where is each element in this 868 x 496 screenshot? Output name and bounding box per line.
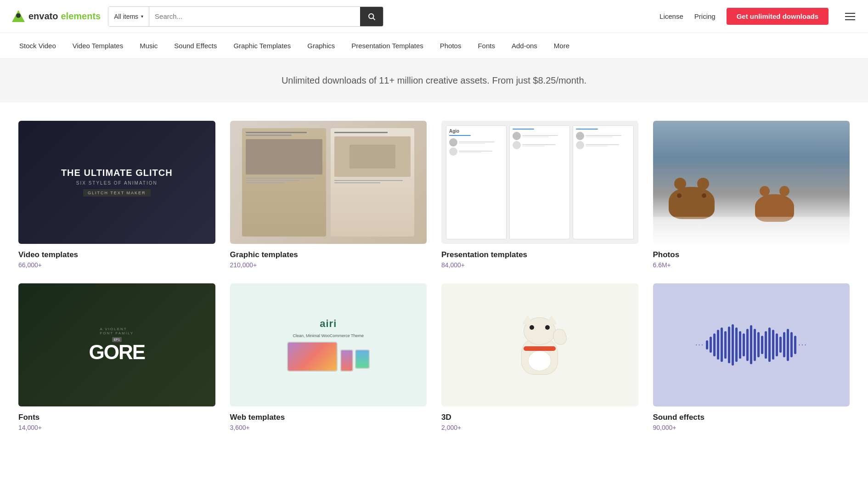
card-graphics-3d[interactable]: 3D2,000+ <box>441 283 638 431</box>
nav-item-presentation-templates[interactable]: Presentation Templates <box>343 33 431 59</box>
card-video-templates[interactable]: THE ULTIMATE GLITCH SIX STYLES OF ANIMAT… <box>18 121 215 269</box>
card-title-photos: Photos <box>653 250 850 259</box>
svg-point-2 <box>369 14 374 19</box>
card-count-presentation-templates: 84,000+ <box>441 261 638 269</box>
card-count-graphic-templates: 210,000+ <box>230 261 427 269</box>
card-image-presentation-templates: Agio <box>441 121 638 244</box>
card-title-graphics-3d: 3D <box>441 413 638 422</box>
card-count-sound-effects: 90,000+ <box>653 424 850 431</box>
logo[interactable]: envatoelements <box>11 9 101 24</box>
nav-item-graphic-templates[interactable]: Graphic Templates <box>225 33 299 59</box>
card-count-graphics-3d: 2,000+ <box>441 424 638 431</box>
license-link[interactable]: License <box>659 12 683 20</box>
nav-item-photos[interactable]: Photos <box>432 33 470 59</box>
hero-banner: Unlimited downloads of 11+ million creat… <box>0 59 868 102</box>
video-subtitle: GLITCH TEXT MAKER <box>83 189 151 197</box>
card-title-fonts: Fonts <box>18 413 215 422</box>
hamburger-line-3 <box>845 19 855 20</box>
nav-item-music[interactable]: Music <box>131 33 166 59</box>
card-fonts[interactable]: A VIOLENTFONT FAMILY EP1 GORE Fonts14,00… <box>18 283 215 431</box>
card-web-templates[interactable]: airi Clean, Minimal WooCommerce Theme We… <box>230 283 427 431</box>
search-button[interactable] <box>360 6 383 27</box>
card-graphic-templates[interactable]: Graphic templates210,000+ <box>230 121 427 269</box>
video-title-line1: THE ULTIMATE GLITCH <box>61 168 173 178</box>
header: envatoelements All items ▾ License Prici… <box>0 0 868 33</box>
card-grid-row1: THE ULTIMATE GLITCH SIX STYLES OF ANIMAT… <box>18 121 850 269</box>
card-count-web-templates: 3,600+ <box>230 424 427 431</box>
card-count-video-templates: 66,000+ <box>18 261 215 269</box>
category-nav: Stock VideoVideo TemplatesMusicSound Eff… <box>0 33 868 59</box>
svg-point-1 <box>16 13 21 18</box>
card-image-fonts: A VIOLENTFONT FAMILY EP1 GORE <box>18 283 215 406</box>
hero-text: Unlimited downloads of 11+ million creat… <box>11 75 857 86</box>
card-title-web-templates: Web templates <box>230 413 427 422</box>
logo-envato-text: envato <box>28 11 58 22</box>
header-nav: License Pricing Get unlimited downloads <box>659 8 857 25</box>
svg-line-3 <box>373 18 375 20</box>
nav-item-add-ons[interactable]: Add-ons <box>503 33 546 59</box>
card-grid-row2: A VIOLENTFONT FAMILY EP1 GORE Fonts14,00… <box>18 283 850 431</box>
card-title-video-templates: Video templates <box>18 250 215 259</box>
card-image-sound-effects: ··· ··· <box>653 283 850 406</box>
nav-item-graphics[interactable]: Graphics <box>299 33 343 59</box>
card-image-graphic-templates <box>230 121 427 244</box>
search-bar: All items ▾ <box>108 6 383 27</box>
hamburger-line-2 <box>845 16 855 17</box>
card-count-photos: 6.6M+ <box>653 261 850 269</box>
card-presentation-templates[interactable]: Agio <box>441 121 638 269</box>
dropdown-label: All items <box>114 13 138 20</box>
card-title-presentation-templates: Presentation templates <box>441 250 638 259</box>
video-title-line2: SIX STYLES OF ANIMATION <box>76 180 158 186</box>
content-area: THE ULTIMATE GLITCH SIX STYLES OF ANIMAT… <box>0 102 868 459</box>
envato-logo-icon <box>11 9 26 24</box>
card-image-video-templates: THE ULTIMATE GLITCH SIX STYLES OF ANIMAT… <box>18 121 215 244</box>
chevron-down-icon: ▾ <box>141 14 143 19</box>
card-image-photos <box>653 121 850 244</box>
card-photos[interactable]: Photos6.6M+ <box>653 121 850 269</box>
nav-item-sound-effects[interactable]: Sound Effects <box>166 33 225 59</box>
card-title-sound-effects: Sound effects <box>653 413 850 422</box>
card-image-graphics-3d <box>441 283 638 406</box>
search-icon <box>367 12 376 21</box>
pricing-link[interactable]: Pricing <box>694 12 716 20</box>
hamburger-line-1 <box>845 13 855 14</box>
search-dropdown[interactable]: All items ▾ <box>108 7 149 26</box>
card-sound-effects[interactable]: ··· ··· Sound effects90,000+ <box>653 283 850 431</box>
card-count-fonts: 14,000+ <box>18 424 215 431</box>
nav-item-stock-video[interactable]: Stock Video <box>11 33 64 59</box>
card-image-web-templates: airi Clean, Minimal WooCommerce Theme <box>230 283 427 406</box>
nav-item-fonts[interactable]: Fonts <box>469 33 503 59</box>
hamburger-menu[interactable] <box>843 11 857 22</box>
nav-item-more[interactable]: More <box>546 33 578 59</box>
cta-button[interactable]: Get unlimited downloads <box>727 8 829 25</box>
search-input[interactable] <box>149 7 360 26</box>
nav-item-video-templates[interactable]: Video Templates <box>64 33 131 59</box>
card-title-graphic-templates: Graphic templates <box>230 250 427 259</box>
logo-elements-text: elements <box>61 11 101 22</box>
